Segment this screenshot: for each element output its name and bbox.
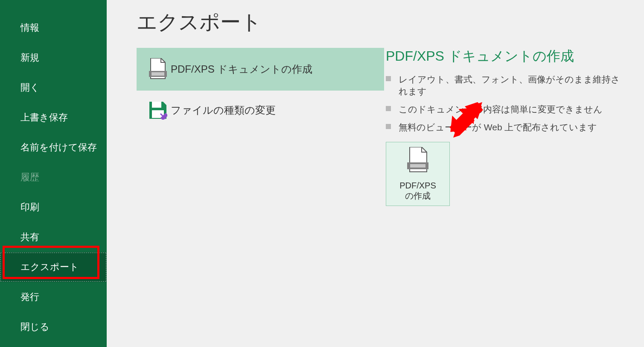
- list-item: このドキュメントの内容は簡単に変更できません: [386, 103, 625, 115]
- export-option-list: PDF/XPS ドキュメントの作成 ファイルの種類の変更: [137, 48, 384, 130]
- list-item: レイアウト、書式、フォント、画像がそのまま維持されます: [386, 74, 625, 97]
- sidebar-item-close[interactable]: 閉じる: [0, 312, 107, 342]
- bullet-icon: [386, 76, 391, 81]
- list-item: 無料のビューアーが Web 上で配布されています: [386, 121, 625, 133]
- sidebar-item-save[interactable]: 上書き保存: [0, 103, 107, 132]
- create-pdf-xps-button[interactable]: PDF/XPS の作成: [386, 142, 450, 206]
- bullet-text: 無料のビューアーが Web 上で配布されています: [399, 121, 597, 133]
- option-create-pdf-xps[interactable]: PDF/XPS ドキュメントの作成: [137, 48, 384, 91]
- svg-rect-1: [152, 72, 164, 76]
- option-label: PDF/XPS ドキュメントの作成: [171, 62, 312, 76]
- backstage-sidebar: 情報 新規 開く 上書き保存 名前を付けて保存 履歴 印刷 共有 エクスポート …: [0, 0, 107, 347]
- svg-rect-5: [410, 164, 425, 168]
- sidebar-item-save-as[interactable]: 名前を付けて保存: [0, 132, 107, 162]
- bullet-text: このドキュメントの内容は簡単に変更できません: [399, 103, 603, 115]
- pdf-document-icon: [407, 147, 428, 175]
- option-label: ファイルの種類の変更: [171, 103, 276, 117]
- detail-pane: PDF/XPS ドキュメントの作成 レイアウト、書式、フォント、画像がそのまま維…: [386, 47, 625, 206]
- action-button-label: PDF/XPS の作成: [399, 180, 436, 201]
- detail-title: PDF/XPS ドキュメントの作成: [386, 47, 625, 66]
- bullet-icon: [386, 124, 391, 129]
- detail-bullet-list: レイアウト、書式、フォント、画像がそのまま維持されます このドキュメントの内容は…: [386, 74, 625, 133]
- main-content: エクスポート PDF/XPS ドキュメントの作成: [107, 0, 644, 347]
- sidebar-item-publish[interactable]: 発行: [0, 282, 107, 312]
- sidebar-item-print[interactable]: 印刷: [0, 192, 107, 222]
- sidebar-item-share[interactable]: 共有: [0, 222, 107, 252]
- svg-rect-2: [152, 102, 161, 108]
- sidebar-item-history: 履歴: [0, 162, 107, 192]
- page-title: エクスポート: [137, 9, 262, 36]
- pdf-document-icon: [145, 58, 171, 80]
- sidebar-item-info[interactable]: 情報: [0, 13, 107, 43]
- sidebar-item-new[interactable]: 新規: [0, 43, 107, 73]
- sidebar-item-export[interactable]: エクスポート: [0, 252, 107, 282]
- option-change-file-type[interactable]: ファイルの種類の変更: [137, 91, 384, 130]
- sidebar-item-open[interactable]: 開く: [0, 73, 107, 103]
- bullet-text: レイアウト、書式、フォント、画像がそのまま維持されます: [399, 74, 625, 97]
- save-as-icon: [145, 101, 171, 120]
- bullet-icon: [386, 106, 391, 111]
